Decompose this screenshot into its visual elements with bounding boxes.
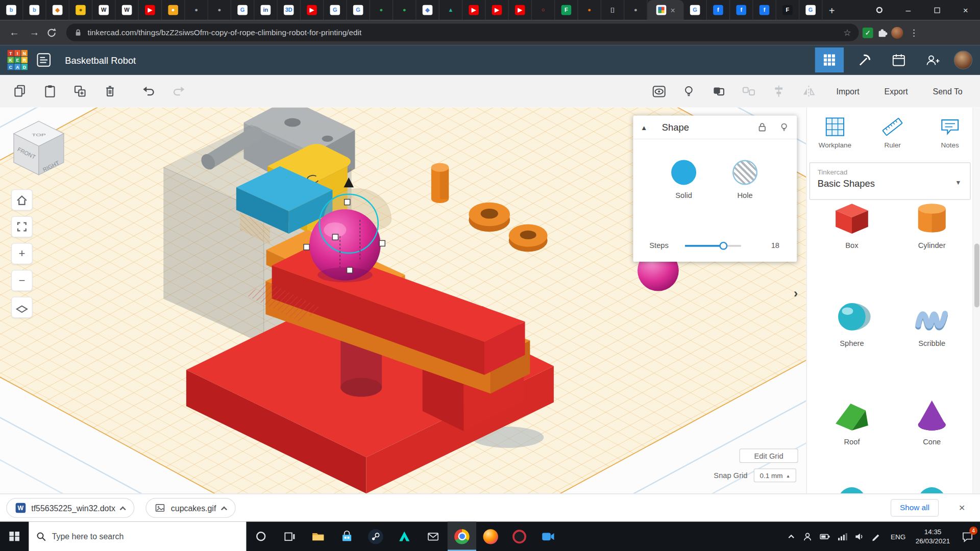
import-button[interactable]: Import: [824, 80, 872, 104]
shapes-grid-button[interactable]: [815, 47, 844, 72]
viewcube-top-label[interactable]: TOP: [32, 133, 45, 137]
browser-tab[interactable]: ▶: [462, 0, 485, 20]
predator-button[interactable]: [390, 521, 419, 551]
language-indicator[interactable]: ENG: [891, 533, 905, 540]
show-all-button-3d[interactable]: [644, 80, 674, 104]
fit-view-button[interactable]: [11, 216, 33, 238]
file-explorer-button[interactable]: [304, 521, 332, 551]
browser-tab[interactable]: in: [254, 0, 277, 20]
projects-button[interactable]: [886, 49, 911, 71]
shape-tile-box[interactable]: Box: [815, 201, 890, 250]
browser-tab[interactable]: b: [0, 0, 23, 20]
browser-tab[interactable]: F: [776, 0, 799, 20]
solid-option[interactable]: Solid: [659, 160, 709, 199]
shape-tile-cylinder[interactable]: Cylinder: [894, 201, 969, 250]
browser-tab[interactable]: ●: [370, 0, 393, 20]
download-menu-chevron-icon[interactable]: [221, 506, 227, 512]
mail-button[interactable]: [419, 521, 447, 551]
window-minimize-button[interactable]: –: [894, 0, 922, 20]
browser-tab[interactable]: ◆: [46, 0, 69, 20]
browser-tab[interactable]: G: [799, 0, 822, 20]
browser-tab[interactable]: G: [684, 0, 707, 20]
window-close-button[interactable]: ×: [951, 0, 980, 20]
forward-button[interactable]: →: [26, 28, 42, 38]
hole-swatch[interactable]: [732, 160, 757, 185]
download-menu-chevron-icon[interactable]: [120, 506, 126, 512]
browser-tab[interactable]: ▶: [485, 0, 508, 20]
sidebar-collapse-chevron[interactable]: ›: [794, 286, 798, 300]
orange-cylinder[interactable]: [431, 163, 449, 203]
invite-button[interactable]: [920, 49, 945, 71]
tinker-tools-button[interactable]: [852, 49, 877, 71]
view-cube[interactable]: TOP FRONT RIGHT: [10, 117, 68, 180]
browser-tab[interactable]: b: [23, 0, 46, 20]
perspective-toggle-button[interactable]: [11, 297, 33, 318]
people-icon[interactable]: [802, 531, 813, 541]
download-item[interactable]: W tf55635225_win32.dotx: [6, 498, 135, 518]
visibility-button[interactable]: [779, 122, 790, 133]
browser-tab[interactable]: ●: [578, 0, 601, 20]
notes-tool[interactable]: Notes: [923, 116, 977, 149]
align-button[interactable]: [764, 80, 794, 104]
video-app-button[interactable]: [534, 521, 562, 551]
task-view-button[interactable]: [275, 521, 304, 551]
start-button[interactable]: [0, 521, 29, 551]
media-controls-icon[interactable]: [876, 7, 883, 13]
shape-tile-cone[interactable]: Cone: [894, 397, 969, 446]
battery-icon[interactable]: [819, 531, 830, 541]
browser-tab[interactable]: f: [730, 0, 753, 20]
browser-tab[interactable]: ▶: [301, 0, 324, 20]
browser-tab[interactable]: G: [231, 0, 254, 20]
workplane-tool[interactable]: Workplane: [808, 116, 862, 149]
browser-tab[interactable]: ▶: [139, 0, 162, 20]
paste-button[interactable]: [35, 80, 65, 104]
steam-button[interactable]: [361, 521, 390, 551]
pen-icon[interactable]: [871, 532, 880, 541]
url-field[interactable]: tinkercad.com/things/bzZ2siwsOfm-copy-of…: [66, 24, 859, 41]
mirror-button[interactable]: [794, 80, 824, 104]
steps-slider[interactable]: [685, 244, 741, 246]
shape-tile-partial[interactable]: [815, 482, 890, 493]
browser-tab[interactable]: ○: [532, 0, 555, 20]
hide-selected-button[interactable]: [674, 80, 704, 104]
lock-button[interactable]: [757, 122, 768, 133]
browser-menu-icon[interactable]: ⋮: [910, 28, 918, 38]
browser-tab[interactable]: ◆: [416, 0, 439, 20]
browser-tab[interactable]: W: [92, 0, 115, 20]
shape-category-dropdown[interactable]: Tinkercad Basic Shapes ▼: [810, 162, 971, 199]
undo-button[interactable]: [134, 80, 164, 104]
back-button[interactable]: ←: [6, 28, 22, 38]
taskbar-search-box[interactable]: [29, 521, 246, 551]
extensions-puzzle-icon[interactable]: [877, 27, 888, 38]
browser-tab[interactable]: ●: [69, 0, 92, 20]
redo-button[interactable]: [164, 80, 194, 104]
browser-tab[interactable]: f: [707, 0, 730, 20]
browser-tab[interactable]: []: [601, 0, 624, 20]
new-tab-button[interactable]: +: [822, 3, 841, 20]
volume-icon[interactable]: [854, 531, 865, 541]
hole-option[interactable]: Hole: [720, 160, 770, 199]
browser-tab[interactable]: W: [116, 0, 139, 20]
network-signal-icon[interactable]: [838, 531, 848, 541]
snap-grid-select[interactable]: 0.1 mm ▲: [754, 468, 796, 482]
downloads-bar-close-icon[interactable]: ×: [959, 502, 965, 514]
sidebar-scrollbar[interactable]: [972, 108, 980, 494]
export-button[interactable]: Export: [872, 80, 920, 104]
shape-tile-roof[interactable]: Roof: [815, 397, 890, 446]
user-avatar[interactable]: [954, 51, 973, 69]
bookmark-star-icon[interactable]: ☆: [843, 28, 851, 38]
browser-profile-avatar[interactable]: [891, 27, 903, 38]
download-item[interactable]: cupcakes.gif: [146, 498, 235, 518]
group-button[interactable]: [704, 80, 734, 104]
cortana-button[interactable]: [246, 521, 275, 551]
browser-tab[interactable]: ▲: [439, 0, 462, 20]
reload-button[interactable]: [46, 27, 63, 38]
designs-menu-icon[interactable]: [36, 53, 51, 67]
design-title[interactable]: Basketball Robot: [65, 55, 136, 65]
action-center-button[interactable]: 4: [955, 521, 980, 551]
browser-tab[interactable]: ▶: [509, 0, 532, 20]
shape-tile-partial[interactable]: [894, 482, 969, 493]
orange-donut-2[interactable]: [509, 224, 548, 252]
ms-store-button[interactable]: [332, 521, 361, 551]
send-to-button[interactable]: Send To: [920, 80, 975, 104]
